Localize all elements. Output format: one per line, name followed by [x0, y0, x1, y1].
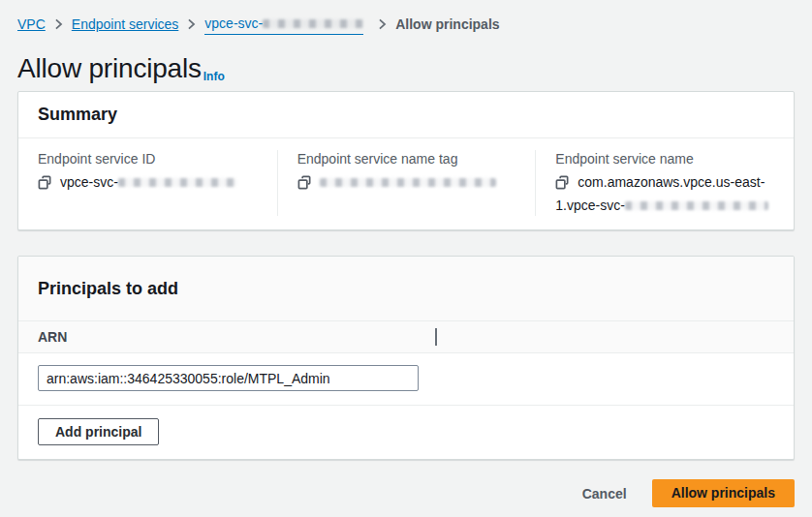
breadcrumb-current-page: Allow principals — [395, 15, 499, 34]
copy-icon[interactable] — [555, 175, 570, 196]
principals-to-add-card: Principals to add ARN Add principal — [17, 256, 795, 460]
arn-input-row — [18, 353, 794, 405]
summary-field-endpoint-service-id: Endpoint service ID vpce-svc- — [18, 150, 277, 216]
copy-icon[interactable] — [297, 175, 312, 196]
field-label: Endpoint service name — [555, 150, 776, 167]
chevron-right-icon — [187, 18, 196, 30]
page-title-row: Allow principals Info — [17, 48, 795, 85]
redacted-text — [118, 178, 236, 187]
field-label: Endpoint service name tag — [297, 150, 518, 167]
field-label: Endpoint service ID — [38, 150, 260, 167]
summary-field-endpoint-service-name: Endpoint service name com.amazonaws.vpce… — [535, 150, 794, 216]
arn-input[interactable] — [38, 365, 419, 391]
summary-field-endpoint-service-name-tag: Endpoint service name tag — [277, 150, 536, 216]
field-value — [297, 172, 518, 196]
breadcrumb-vpc[interactable]: VPC — [17, 15, 46, 34]
summary-card-title: Summary — [18, 92, 794, 138]
breadcrumb-endpoint-service-id[interactable]: vpce-svc- — [204, 14, 363, 35]
arn-table-header: ARN — [18, 320, 794, 353]
copy-icon[interactable] — [38, 175, 52, 196]
page-title: Allow principals — [17, 52, 202, 85]
add-principal-button[interactable]: Add principal — [38, 418, 159, 445]
summary-content: Endpoint service ID vpce-svc- Endpoint s… — [18, 138, 794, 229]
info-link[interactable]: Info — [203, 70, 225, 83]
chevron-right-icon — [54, 18, 63, 30]
redacted-text — [625, 201, 768, 210]
principals-card-title: Principals to add — [18, 257, 794, 320]
breadcrumb-endpoint-service-id-label: vpce-svc- — [204, 14, 263, 33]
breadcrumb: VPC Endpoint services vpce-svc- Allow pr… — [17, 14, 795, 35]
column-resize-handle[interactable] — [435, 328, 437, 346]
allow-principals-page: VPC Endpoint services vpce-svc- Allow pr… — [0, 0, 812, 517]
arn-column-header: ARN — [38, 329, 67, 345]
field-value: com.amazonaws.vpce.us-east-1.vpce-svc- — [555, 172, 776, 216]
breadcrumb-endpoint-services[interactable]: Endpoint services — [72, 15, 179, 34]
allow-principals-button[interactable]: Allow principals — [652, 479, 795, 507]
footer-actions: Cancel Allow principals — [17, 479, 795, 507]
cancel-button[interactable]: Cancel — [582, 486, 627, 502]
chevron-right-icon — [378, 18, 387, 30]
redacted-text — [263, 19, 363, 28]
add-principal-row: Add principal — [18, 406, 794, 459]
summary-card: Summary Endpoint service ID vpce-svc- En… — [17, 91, 795, 230]
field-value-text: vpce-svc- — [60, 174, 118, 190]
redacted-text — [320, 178, 496, 187]
field-value: vpce-svc- — [38, 172, 260, 196]
